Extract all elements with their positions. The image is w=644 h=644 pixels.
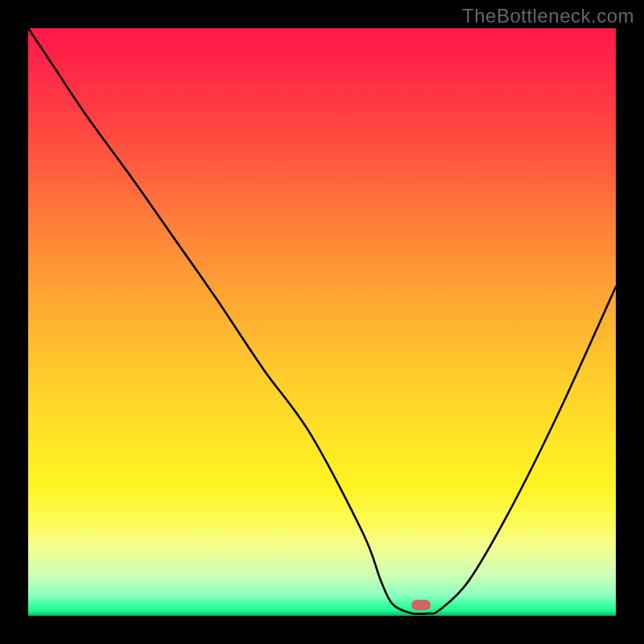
bottleneck-curve <box>28 28 616 616</box>
chart-container: TheBottleneck.com <box>0 0 644 644</box>
plot-area <box>28 28 616 616</box>
watermark-text: TheBottleneck.com <box>462 5 634 27</box>
optimal-point-marker <box>411 600 431 610</box>
